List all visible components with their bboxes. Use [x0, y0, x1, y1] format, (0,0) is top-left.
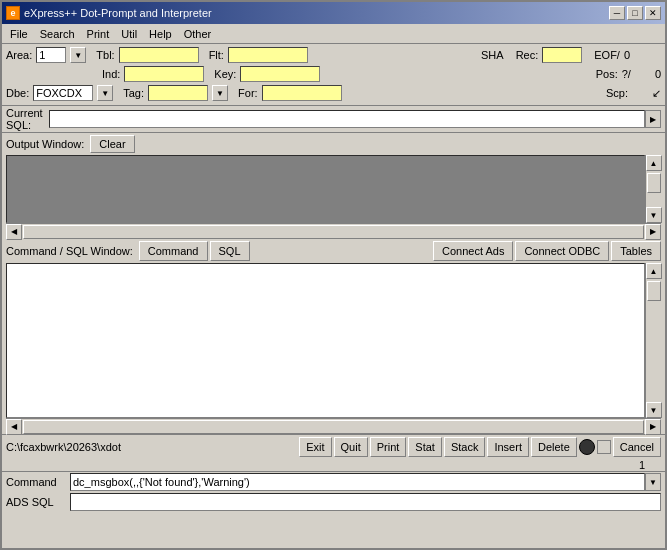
command-input-label: Command	[6, 476, 66, 488]
area-label: Area:	[6, 49, 32, 61]
pos-label: Pos:	[596, 68, 618, 80]
command-row: Command ▼	[2, 471, 665, 492]
scroll-right-arrow2[interactable]: ▶	[645, 224, 661, 240]
clear-button[interactable]: Clear	[90, 135, 134, 153]
ads-label: ADS SQL	[6, 496, 66, 508]
output-header: Output Window: Clear	[2, 133, 665, 155]
connect-ads-button[interactable]: Connect Ads	[433, 241, 513, 261]
delete-button[interactable]: Delete	[531, 437, 577, 457]
connect-odbc-button[interactable]: Connect ODBC	[515, 241, 609, 261]
scroll-left-arrow[interactable]: ◀	[6, 224, 22, 240]
tag-label: Tag:	[123, 87, 144, 99]
main-scroll-left[interactable]: ◀	[6, 419, 22, 435]
slash-value: 0	[655, 68, 661, 80]
menu-print[interactable]: Print	[81, 26, 116, 42]
key-input[interactable]	[240, 66, 320, 82]
scroll-down-arrow[interactable]: ▼	[646, 207, 662, 223]
title-bar: e eXpress++ Dot-Prompt and Interpreter ─…	[2, 2, 665, 24]
menu-file[interactable]: File	[4, 26, 34, 42]
dbe-label: Dbe:	[6, 87, 29, 99]
area-input[interactable]	[36, 47, 66, 63]
tbl-input[interactable]	[119, 47, 199, 63]
quit-button[interactable]: Quit	[334, 437, 368, 457]
rec-input[interactable]	[542, 47, 582, 63]
command-button[interactable]: Command	[139, 241, 208, 261]
cmd-label: Command / SQL Window:	[6, 245, 133, 257]
output-scrollbar[interactable]: ▲ ▼	[645, 155, 661, 223]
small-rect-button[interactable]	[597, 440, 611, 454]
tag-input[interactable]	[148, 85, 208, 101]
current-sql-input[interactable]	[49, 110, 645, 128]
tables-button[interactable]: Tables	[611, 241, 661, 261]
command-dropdown[interactable]: ▼	[645, 473, 661, 491]
ind-label: Ind:	[102, 68, 120, 80]
dialog-overlay: Wa... ✕ i Not found Ok	[7, 264, 644, 417]
app-icon: e	[6, 6, 20, 20]
current-sql-label: CurrentSQL:	[6, 107, 43, 131]
main-scroll-up[interactable]: ▲	[646, 263, 662, 279]
tbl-label: Tbl:	[96, 49, 114, 61]
eof-label: EOF/	[594, 49, 620, 61]
horiz-thumb[interactable]	[23, 225, 644, 239]
rec-label: Rec:	[516, 49, 539, 61]
scroll-thumb[interactable]	[647, 173, 661, 193]
main-scrollbar[interactable]: ▲ ▼	[645, 263, 661, 418]
output-label: Output Window:	[6, 138, 84, 150]
ads-row: ADS SQL	[2, 492, 665, 512]
print-button[interactable]: Print	[370, 437, 407, 457]
current-sql-row: CurrentSQL: ▶	[2, 106, 665, 133]
dbe-dropdown[interactable]: ▼	[97, 85, 113, 101]
scp-label: Scp:	[606, 87, 628, 99]
flt-input[interactable]	[228, 47, 308, 63]
fields-area: Area: ▼ Tbl: Flt: SHA Rec: EOF/ 0 Ind: K…	[2, 44, 665, 106]
main-text-area[interactable]: Wa... ✕ i Not found Ok	[6, 263, 645, 418]
scroll-up-arrow[interactable]: ▲	[646, 155, 662, 171]
for-label: For:	[238, 87, 258, 99]
circle-button[interactable]	[579, 439, 595, 455]
close-button[interactable]: ✕	[645, 6, 661, 20]
menu-help[interactable]: Help	[143, 26, 178, 42]
dbe-input[interactable]	[33, 85, 93, 101]
pos-value: ?/	[622, 68, 631, 80]
key-label: Key:	[214, 68, 236, 80]
stat-button[interactable]: Stat	[408, 437, 442, 457]
area-dropdown[interactable]: ▼	[70, 47, 86, 63]
main-scroll-thumb[interactable]	[647, 281, 661, 301]
output-area-container: ▲ ▼	[6, 155, 661, 223]
sql-button[interactable]: SQL	[210, 241, 250, 261]
ind-input[interactable]	[124, 66, 204, 82]
ads-input-field[interactable]	[70, 493, 661, 511]
command-input-field[interactable]	[70, 473, 645, 491]
scp-value: ↙	[652, 87, 661, 100]
for-input[interactable]	[262, 85, 342, 101]
output-horiz-scroll[interactable]: ◀ ▶	[6, 223, 661, 239]
line-number: 1	[639, 459, 645, 471]
menu-util[interactable]: Util	[115, 26, 143, 42]
sql-scroll-right[interactable]: ▶	[645, 110, 661, 128]
output-area	[6, 155, 645, 223]
main-scroll-right[interactable]: ▶	[645, 419, 661, 435]
exit-button[interactable]: Exit	[299, 437, 331, 457]
path-bar: C:\fcaxbwrk\20263\xdot Exit Quit Print S…	[2, 434, 665, 459]
tag-dropdown[interactable]: ▼	[212, 85, 228, 101]
flt-label: Flt:	[209, 49, 224, 61]
title-text: eXpress++ Dot-Prompt and Interpreter	[24, 7, 212, 19]
cancel-button[interactable]: Cancel	[613, 437, 661, 457]
main-area-container: Wa... ✕ i Not found Ok ▲ ▼	[6, 263, 661, 418]
sha-label: SHA	[481, 49, 504, 61]
main-horiz-scroll[interactable]: ◀ ▶	[6, 418, 661, 434]
eof-value: 0	[624, 49, 630, 61]
stack-button[interactable]: Stack	[444, 437, 486, 457]
main-horiz-thumb[interactable]	[23, 420, 644, 434]
minimize-button[interactable]: ─	[609, 6, 625, 20]
menu-search[interactable]: Search	[34, 26, 81, 42]
menu-other[interactable]: Other	[178, 26, 218, 42]
maximize-button[interactable]: □	[627, 6, 643, 20]
main-scroll-down[interactable]: ▼	[646, 402, 662, 418]
insert-button[interactable]: Insert	[487, 437, 529, 457]
path-text: C:\fcaxbwrk\20263\xdot	[6, 441, 297, 453]
menu-bar: File Search Print Util Help Other	[2, 24, 665, 44]
cmd-sql-row: Command / SQL Window: Command SQL Connec…	[2, 239, 665, 263]
